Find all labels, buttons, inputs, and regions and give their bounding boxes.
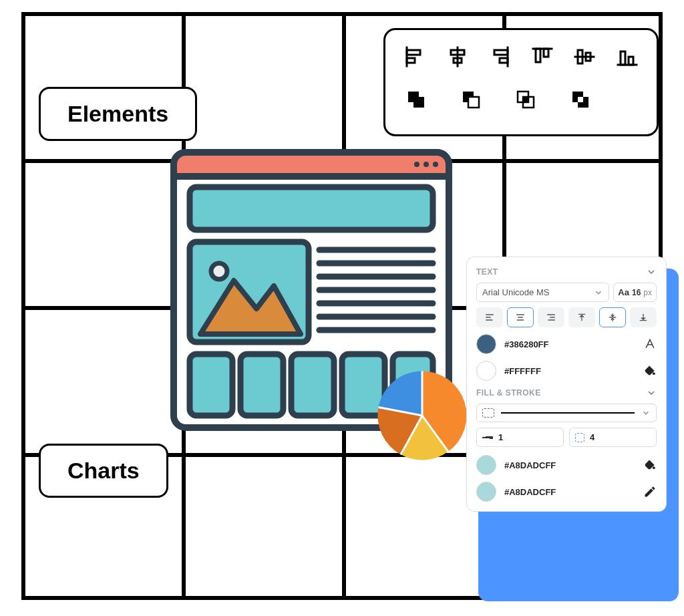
svg-point-30 bbox=[433, 162, 438, 167]
fill-bucket-icon bbox=[643, 458, 657, 472]
pie-chart-illustration bbox=[373, 366, 472, 465]
boolean-exclude-icon[interactable] bbox=[566, 85, 595, 114]
fill-color-hex: #A8DADCFF bbox=[504, 460, 556, 470]
svg-rect-31 bbox=[190, 187, 433, 230]
text-valign-middle-button[interactable] bbox=[599, 307, 626, 327]
svg-point-28 bbox=[414, 162, 419, 167]
text-bg-hex: #FFFFFF bbox=[504, 366, 541, 376]
font-size-unit: px bbox=[643, 288, 652, 297]
stroke-color-hex: #A8DADCFF bbox=[504, 487, 556, 497]
align-middle-vertical-icon[interactable] bbox=[570, 42, 599, 71]
text-valign-top-button[interactable] bbox=[568, 307, 595, 327]
svg-rect-17 bbox=[629, 57, 633, 65]
stroke-color-row[interactable]: #A8DADCFF bbox=[476, 482, 657, 502]
font-size-glyph: Aa bbox=[618, 287, 629, 297]
svg-rect-10 bbox=[536, 49, 540, 62]
tag-charts: Charts bbox=[39, 444, 168, 498]
edit-pencil-icon bbox=[643, 485, 657, 498]
align-center-horizontal-icon[interactable] bbox=[443, 42, 472, 71]
stroke-color-swatch bbox=[476, 482, 496, 502]
font-size-field[interactable]: Aa 16 px bbox=[613, 283, 657, 302]
svg-rect-8 bbox=[500, 58, 508, 63]
svg-rect-11 bbox=[544, 49, 548, 57]
chevron-down-icon bbox=[641, 408, 651, 418]
svg-rect-42 bbox=[190, 354, 232, 416]
svg-rect-43 bbox=[240, 354, 283, 416]
text-valign-bottom-button[interactable] bbox=[630, 307, 657, 327]
align-boolean-toolbar bbox=[383, 28, 659, 136]
fill-stroke-section-header[interactable]: FILL & STROKE bbox=[476, 388, 657, 398]
svg-point-68 bbox=[653, 466, 655, 469]
boolean-union-icon[interactable] bbox=[401, 85, 431, 114]
font-size-value: 16 bbox=[632, 288, 641, 297]
stroke-style-select[interactable] bbox=[476, 404, 657, 422]
text-bg-color-row[interactable]: #FFFFFF bbox=[476, 361, 657, 381]
fill-color-swatch bbox=[476, 455, 496, 475]
text-section-header[interactable]: TEXT bbox=[476, 267, 657, 277]
svg-rect-19 bbox=[413, 97, 424, 108]
tag-charts-label: Charts bbox=[67, 458, 140, 483]
svg-point-67 bbox=[653, 372, 655, 375]
font-family-value: Arial Unicode MS bbox=[482, 287, 549, 297]
stroke-width-value: 1 bbox=[498, 432, 503, 442]
stroke-width-field[interactable]: 1 bbox=[476, 428, 564, 447]
svg-rect-24 bbox=[523, 97, 528, 102]
toolbar-row-boolean bbox=[400, 85, 642, 114]
tag-elements-label: Elements bbox=[67, 101, 168, 126]
svg-rect-25 bbox=[578, 97, 583, 102]
text-color-row[interactable]: #386280FF bbox=[476, 334, 657, 354]
corner-radius-field[interactable]: 4 bbox=[569, 428, 657, 447]
text-color-swatch bbox=[476, 334, 496, 354]
svg-rect-16 bbox=[621, 51, 625, 65]
svg-rect-21 bbox=[468, 97, 479, 108]
text-color-icon bbox=[643, 337, 657, 351]
text-section-label: TEXT bbox=[476, 267, 498, 277]
fill-stroke-label: FILL & STROKE bbox=[476, 388, 541, 398]
svg-rect-1 bbox=[407, 50, 420, 55]
boolean-subtract-icon[interactable] bbox=[456, 85, 486, 114]
text-color-hex: #386280FF bbox=[504, 339, 549, 349]
chevron-down-icon bbox=[646, 267, 657, 277]
text-align-left-button[interactable] bbox=[476, 307, 503, 327]
align-left-icon[interactable] bbox=[400, 42, 430, 71]
align-right-icon[interactable] bbox=[485, 42, 514, 71]
corner-radius-icon bbox=[575, 433, 584, 442]
svg-point-29 bbox=[423, 162, 429, 167]
stroke-dash-icon bbox=[482, 408, 494, 418]
stroke-width-icon bbox=[482, 433, 493, 442]
font-family-select[interactable]: Arial Unicode MS bbox=[476, 283, 609, 302]
align-bottom-icon[interactable] bbox=[613, 42, 642, 71]
svg-rect-7 bbox=[494, 50, 508, 55]
svg-rect-2 bbox=[407, 58, 415, 63]
corner-radius-value: 4 bbox=[590, 432, 594, 442]
fill-bucket-icon bbox=[643, 364, 657, 377]
fill-color-row[interactable]: #A8DADCFF bbox=[476, 455, 657, 475]
chevron-down-icon bbox=[646, 388, 657, 398]
align-top-icon[interactable] bbox=[528, 42, 557, 71]
tag-elements: Elements bbox=[39, 87, 197, 141]
svg-rect-44 bbox=[291, 354, 334, 416]
text-align-row bbox=[476, 307, 657, 327]
boolean-intersect-icon[interactable] bbox=[511, 85, 540, 114]
text-bg-swatch bbox=[476, 361, 496, 381]
properties-panel: TEXT Arial Unicode MS Aa 16 px bbox=[466, 257, 667, 512]
toolbar-row-align bbox=[400, 42, 642, 71]
text-align-center-button[interactable] bbox=[507, 307, 534, 327]
text-align-right-button[interactable] bbox=[538, 307, 564, 327]
stroke-preview-line bbox=[501, 412, 635, 414]
svg-point-34 bbox=[211, 263, 227, 279]
chevron-down-icon bbox=[594, 288, 603, 297]
